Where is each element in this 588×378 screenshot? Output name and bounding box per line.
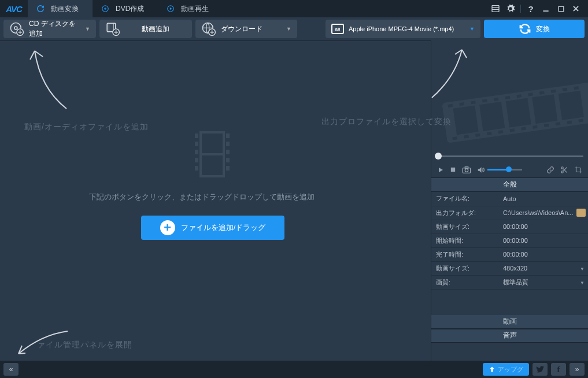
svg-rect-39 — [202, 155, 223, 175]
svg-rect-35 — [226, 150, 230, 154]
globe-plus-icon — [201, 21, 216, 36]
volume-track[interactable] — [487, 169, 522, 171]
add-video-button[interactable]: 動画追加 — [99, 20, 192, 38]
tab-play[interactable]: 動画再生 — [158, 0, 223, 17]
svg-rect-33 — [226, 134, 230, 138]
player-controls — [431, 162, 588, 178]
folder-icon[interactable] — [576, 209, 586, 217]
properties-table: ファイル名:Auto 出力フォルダ:C:\Users\ws\Videos\An.… — [431, 192, 588, 290]
table-row: 出力フォルダ:C:\Users\ws\Videos\An... — [431, 206, 588, 220]
minimize-icon[interactable] — [541, 3, 551, 14]
convert-button[interactable]: 変換 — [484, 20, 585, 38]
maximize-icon[interactable] — [556, 3, 566, 14]
facebook-icon[interactable]: f — [551, 363, 566, 376]
main-area: 動画/オーディオファイルを追加 下記のボタンをクリック、またはドラッグドロップし… — [0, 40, 588, 361]
snapshot-icon[interactable] — [462, 166, 471, 173]
button-label: ダウンロード — [221, 24, 262, 34]
tab-label: 動画再生 — [181, 4, 209, 14]
svg-rect-43 — [506, 98, 531, 128]
add-file-button[interactable]: + ファイルを追加/ドラッグ — [141, 216, 284, 240]
svg-rect-36 — [226, 158, 230, 162]
button-label: CD ディスクを追加 — [29, 19, 80, 39]
gear-icon[interactable] — [505, 3, 516, 14]
profile-badge-icon: all — [331, 24, 344, 34]
menu-icon[interactable] — [490, 3, 501, 14]
button-label: 動画追加 — [142, 24, 169, 34]
upgrade-button[interactable]: アップグ — [483, 363, 529, 376]
svg-rect-42 — [479, 102, 505, 131]
crop-icon[interactable] — [574, 166, 582, 174]
svg-rect-31 — [195, 158, 198, 162]
table-row: 完了時間:00:00:00 — [431, 247, 588, 261]
scissors-icon[interactable] — [560, 166, 568, 174]
add-disc-button[interactable]: CD ディスクを追加 ▼ — [3, 20, 96, 38]
toolbar: CD ディスクを追加 ▼ 動画追加 ダウンロード ▼ all Apple iPh… — [0, 17, 588, 40]
seek-bar[interactable] — [431, 150, 588, 162]
twitter-icon[interactable] — [532, 363, 548, 376]
table-row: 動画サイズ:480x320▼ — [431, 261, 588, 275]
svg-rect-44 — [532, 94, 557, 124]
status-bar: « アップグ f » — [0, 361, 588, 378]
seek-thumb[interactable] — [435, 153, 442, 160]
preview-area: 出力プロファイルを選択して変換 — [431, 40, 588, 150]
svg-rect-3 — [492, 6, 499, 12]
refresh-icon — [36, 4, 45, 13]
stop-icon[interactable] — [450, 166, 456, 173]
expand-right-button[interactable]: » — [569, 363, 585, 376]
section-video-header[interactable]: 動画 — [431, 315, 588, 329]
close-icon[interactable] — [571, 3, 581, 14]
svg-point-0 — [102, 6, 109, 12]
tab-dvd[interactable]: DVD作成 — [93, 0, 158, 17]
disc-plus-icon — [9, 21, 24, 36]
output-profile-select[interactable]: all Apple iPhone MPEG-4 Movie (*.mp4) ▼ — [326, 20, 480, 38]
right-panel: 出力プロファイルを選択して変換 全般 ファイル名:Auto — [431, 40, 588, 361]
hint-add-files: 動画/オーディオファイルを追加 — [24, 122, 149, 132]
table-row: 動画サイズ:00:00:00 — [431, 220, 588, 234]
help-icon[interactable]: ? — [526, 3, 536, 14]
app-logo: AVC — [0, 0, 28, 17]
section-general-header[interactable]: 全般 — [431, 178, 588, 192]
svg-rect-30 — [195, 150, 198, 154]
svg-rect-70 — [451, 168, 455, 172]
table-row: 画質:標準品質▼ — [431, 275, 588, 289]
arrow-hint-icon — [23, 42, 75, 112]
button-label: ファイルを追加/ドラッグ — [181, 223, 266, 233]
svg-point-72 — [465, 169, 468, 172]
chevron-down-icon: ▼ — [469, 26, 475, 32]
svg-rect-37 — [226, 166, 230, 171]
table-row: ファイル名:Auto — [431, 192, 588, 206]
volume-icon — [477, 166, 485, 173]
hint-drop-text: 下記のボタンをクリック、またはドラッグドロップして動画を追加 — [89, 192, 315, 202]
link-icon[interactable] — [546, 166, 554, 174]
table-row: 開始時間:00:00:00 — [431, 234, 588, 247]
play-icon[interactable] — [437, 166, 444, 173]
collapse-left-button[interactable]: « — [3, 363, 19, 376]
svg-rect-38 — [202, 134, 223, 153]
tab-convert[interactable]: 動画変換 — [28, 0, 93, 17]
film-plus-icon — [105, 21, 120, 36]
svg-rect-45 — [559, 91, 584, 120]
play-icon — [166, 4, 175, 13]
chevron-down-icon: ▼ — [580, 280, 585, 286]
volume-control[interactable] — [477, 166, 522, 173]
chevron-down-icon: ▼ — [286, 26, 291, 32]
svg-point-1 — [105, 8, 106, 9]
properties-panel: 全般 ファイル名:Auto 出力フォルダ:C:\Users\ws\Videos\… — [431, 178, 588, 361]
download-button[interactable]: ダウンロード ▼ — [195, 20, 297, 38]
svg-rect-29 — [195, 142, 198, 146]
svg-rect-32 — [195, 166, 198, 171]
svg-point-75 — [561, 171, 564, 173]
svg-rect-28 — [195, 134, 198, 138]
plus-icon: + — [160, 220, 175, 235]
button-label: アップグ — [498, 365, 523, 374]
chevron-down-icon: ▼ — [85, 26, 90, 32]
file-drop-area[interactable]: 動画/オーディオファイルを追加 下記のボタンをクリック、またはドラッグドロップし… — [0, 40, 431, 361]
up-arrow-icon — [489, 366, 495, 373]
film-reel-icon — [439, 60, 588, 161]
convert-icon — [519, 23, 531, 35]
film-placeholder-icon — [189, 128, 235, 181]
window-controls: ? — [483, 0, 588, 17]
tab-label: 動画変換 — [51, 4, 79, 14]
svg-rect-41 — [453, 105, 479, 135]
section-audio-header[interactable]: 音声 — [431, 329, 588, 343]
